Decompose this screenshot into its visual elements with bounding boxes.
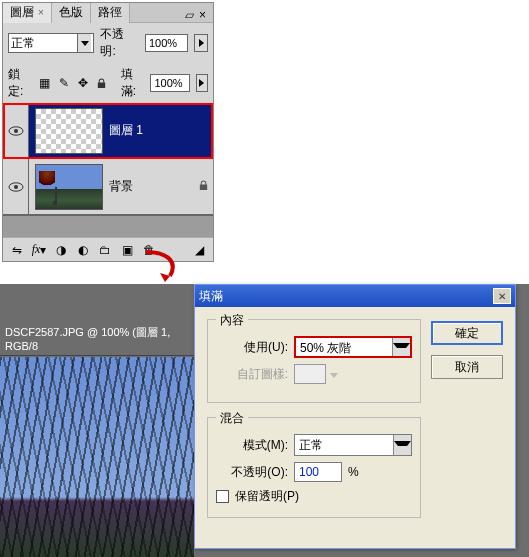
link-layers-icon[interactable]: ⇋ xyxy=(8,241,26,259)
checkbox-icon xyxy=(216,490,229,503)
pattern-swatch xyxy=(294,364,326,384)
opacity-flyout-icon[interactable] xyxy=(194,34,208,52)
close-tab-icon[interactable]: × xyxy=(38,7,44,18)
tree-branches-overlay xyxy=(0,357,194,557)
opacity-input[interactable]: 100% xyxy=(145,34,188,52)
layer-thumbnail[interactable] xyxy=(35,108,103,154)
layers-panel: 圖層 × 色版 路徑 ▱ × 正常 不透明: 100% 鎖定: ▦ ✎ ✥ xyxy=(2,2,214,262)
chevron-down-icon xyxy=(77,34,91,52)
panel-tabs: 圖層 × 色版 路徑 ▱ × xyxy=(3,3,213,23)
lock-position-icon[interactable]: ✥ xyxy=(76,76,90,90)
lock-label: 鎖定: xyxy=(8,66,32,100)
content-group: 內容 使用(U): 50% 灰階 自訂圖樣: xyxy=(207,319,421,403)
lock-icon-group: ▦ ✎ ✥ xyxy=(38,76,109,90)
visibility-toggle[interactable] xyxy=(3,159,29,214)
layer-fx-icon[interactable]: fx▾ xyxy=(30,241,48,259)
dlg-opacity-input[interactable]: 100 xyxy=(294,462,342,482)
fill-dialog: 填滿 ✕ 內容 使用(U): 50% 灰階 自訂圖樣: xyxy=(194,284,516,549)
preserve-label: 保留透明(P) xyxy=(235,488,299,505)
fill-flyout-icon[interactable] xyxy=(196,74,208,92)
layer-list-empty xyxy=(3,215,213,237)
layer-name[interactable]: 圖層 1 xyxy=(109,122,213,139)
dlg-opacity-label: 不透明(O): xyxy=(216,464,294,481)
document-image xyxy=(0,357,194,557)
layer-name[interactable]: 背景 xyxy=(109,178,193,195)
close-dialog-button[interactable]: ✕ xyxy=(493,288,511,304)
svg-point-3 xyxy=(14,185,18,189)
red-arrow-annotation xyxy=(140,248,184,284)
ok-button[interactable]: 確定 xyxy=(431,321,503,345)
document-title: DSCF2587.JPG @ 100% (圖層 1, RGB/8 xyxy=(0,322,194,356)
tab-channels[interactable]: 色版 xyxy=(52,3,91,23)
preserve-transparency-checkbox[interactable]: 保留透明(P) xyxy=(216,488,412,505)
fill-label: 填滿: xyxy=(121,66,145,100)
blend-mode-value: 正常 xyxy=(11,35,35,52)
dialog-title-text: 填滿 xyxy=(199,288,223,305)
tab-label: 路徑 xyxy=(98,4,122,21)
mode-value: 正常 xyxy=(295,435,393,455)
new-layer-icon[interactable]: ▣ xyxy=(118,241,136,259)
dialog-titlebar[interactable]: 填滿 ✕ xyxy=(195,285,515,307)
layer-list: 圖層 1 背景 xyxy=(3,103,213,237)
resize-grip-icon[interactable]: ◢ xyxy=(190,241,208,259)
percent-unit: % xyxy=(348,465,359,479)
use-value: 50% 灰階 xyxy=(296,338,392,356)
lock-pixels-icon[interactable]: ✎ xyxy=(57,76,71,90)
blend-opacity-row: 正常 不透明: 100% xyxy=(3,23,213,63)
chevron-down-icon xyxy=(326,367,342,381)
layer-row-layer1[interactable]: 圖層 1 xyxy=(3,103,213,159)
svg-point-1 xyxy=(14,129,18,133)
mode-label: 模式(M): xyxy=(216,437,294,454)
add-mask-icon[interactable]: ◑ xyxy=(52,241,70,259)
group-legend: 混合 xyxy=(216,410,248,427)
tab-label: 圖層 xyxy=(10,4,34,21)
lock-icon xyxy=(193,180,213,194)
tab-layers[interactable]: 圖層 × xyxy=(3,3,52,23)
adjustment-layer-icon[interactable]: ◐ xyxy=(74,241,92,259)
group-legend: 內容 xyxy=(216,312,248,329)
layer-row-background[interactable]: 背景 xyxy=(3,159,213,215)
close-panel-icon[interactable]: × xyxy=(199,8,209,18)
use-select[interactable]: 50% 灰階 xyxy=(294,336,412,358)
fill-input[interactable]: 100% xyxy=(150,74,189,92)
cancel-button[interactable]: 取消 xyxy=(431,355,503,379)
minimize-panel-icon[interactable]: ▱ xyxy=(185,8,195,18)
mode-select[interactable]: 正常 xyxy=(294,434,412,456)
opacity-label: 不透明: xyxy=(100,26,139,60)
tab-paths[interactable]: 路徑 xyxy=(91,3,130,23)
use-label: 使用(U): xyxy=(216,339,294,356)
visibility-toggle[interactable] xyxy=(3,103,29,158)
tab-label: 色版 xyxy=(59,4,83,21)
blend-group: 混合 模式(M): 正常 不透明(O): 100 % 保留透明(P) xyxy=(207,417,421,518)
blend-mode-select[interactable]: 正常 xyxy=(8,33,94,53)
chevron-down-icon xyxy=(393,435,411,455)
lock-transparency-icon[interactable]: ▦ xyxy=(38,76,52,90)
lock-all-icon[interactable] xyxy=(95,76,109,90)
lock-fill-row: 鎖定: ▦ ✎ ✥ 填滿: 100% xyxy=(3,63,213,103)
layer-thumbnail[interactable] xyxy=(35,164,103,210)
pattern-label: 自訂圖樣: xyxy=(216,366,294,383)
new-group-icon[interactable]: 🗀 xyxy=(96,241,114,259)
chevron-down-icon xyxy=(392,338,410,356)
